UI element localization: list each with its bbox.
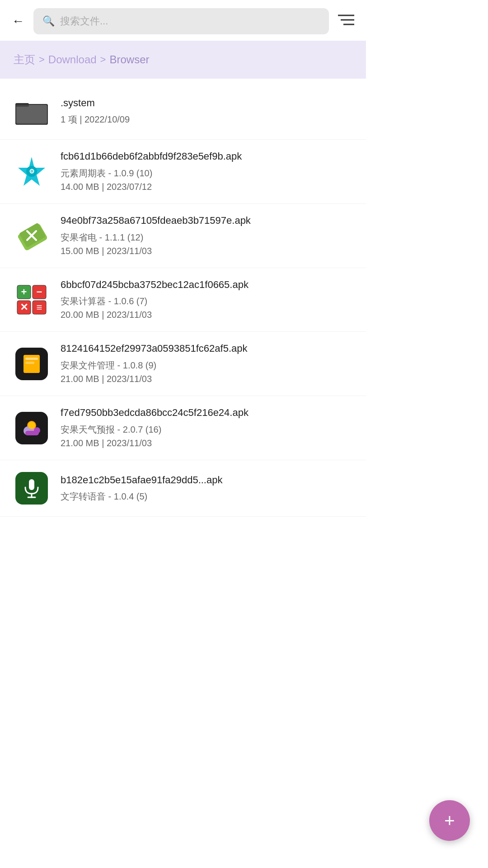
- file-info: 94e0bf73a258a67105fdeaeb3b71597e.apk 安果省…: [61, 214, 352, 258]
- svg-rect-31: [25, 431, 39, 435]
- file-meta: 安果计算器 - 1.0.6 (7)20.00 MB | 2023/11/03: [61, 294, 352, 321]
- svg-rect-26: [25, 362, 34, 364]
- file-meta: 安果文件管理 - 1.0.8 (9)21.00 MB | 2023/11/03: [61, 359, 352, 386]
- svg-text:⚙: ⚙: [29, 168, 35, 175]
- list-item[interactable]: ⚙ fcb61d1b66deb6f2abbfd9f283e5ef9b.apk 元…: [0, 140, 366, 204]
- list-item[interactable]: 8124164152ef29973a0593851fc62af5.apk 安果文…: [0, 332, 366, 396]
- file-info: 8124164152ef29973a0593851fc62af5.apk 安果文…: [61, 342, 352, 386]
- file-name: 94e0bf73a258a67105fdeaeb3b71597e.apk: [61, 214, 352, 228]
- breadcrumb-browser[interactable]: Browser: [109, 53, 149, 66]
- header: ← 🔍 搜索文件...: [0, 0, 366, 41]
- file-info: .system 1 项 | 2022/10/09: [61, 96, 352, 127]
- file-name: 8124164152ef29973a0593851fc62af5.apk: [61, 342, 352, 356]
- file-name: fcb61d1b66deb6f2abbfd9f283e5ef9b.apk: [61, 150, 352, 164]
- back-button[interactable]: ←: [9, 11, 27, 31]
- file-meta: 安果省电 - 1.1.1 (12)15.00 MB | 2023/11/03: [61, 231, 352, 258]
- apk-weather-icon: [14, 410, 50, 446]
- search-icon: 🔍: [42, 15, 55, 27]
- file-list: .system 1 项 | 2022/10/09 ⚙ fcb61d1b66deb…: [0, 79, 366, 521]
- list-item[interactable]: f7ed7950bb3edcda86bcc24c5f216e24.apk 安果天…: [0, 396, 366, 460]
- file-meta: 1 项 | 2022/10/09: [61, 113, 352, 126]
- file-info: fcb61d1b66deb6f2abbfd9f283e5ef9b.apk 元素周…: [61, 150, 352, 193]
- file-name: .system: [61, 96, 352, 110]
- sort-button[interactable]: [335, 10, 357, 33]
- file-name: 6bbcf07d245bcba3752bec12ac1f0665.apk: [61, 278, 352, 292]
- folder-icon: [14, 93, 50, 129]
- apk-files-icon: [14, 346, 50, 382]
- svg-text:≡: ≡: [37, 302, 42, 313]
- list-item[interactable]: 94e0bf73a258a67105fdeaeb3b71597e.apk 安果省…: [0, 204, 366, 268]
- svg-point-32: [28, 422, 35, 429]
- file-meta: 文字转语音 - 1.0.4 (5): [61, 490, 352, 503]
- list-item[interactable]: .system 1 项 | 2022/10/09: [0, 83, 366, 140]
- apk-battery-icon: [14, 217, 50, 254]
- svg-rect-7: [16, 105, 47, 123]
- breadcrumb: 主页 > Download > Browser: [0, 41, 366, 79]
- apk-voice-icon: [14, 470, 50, 506]
- apk-periodic-icon: ⚙: [14, 153, 50, 189]
- file-meta: 安果天气预报 - 2.0.7 (16)21.00 MB | 2023/11/03: [61, 423, 352, 450]
- svg-rect-25: [25, 358, 38, 360]
- list-item[interactable]: + − ✕ ≡ 6bbcf07d245bcba3752bec12ac1f0665…: [0, 268, 366, 332]
- breadcrumb-home[interactable]: 主页: [14, 52, 35, 67]
- search-bar[interactable]: 🔍 搜索文件...: [33, 8, 329, 34]
- file-info: b182e1c2b5e15afae91fa29dd5...apk 文字转语音 -…: [61, 473, 352, 504]
- file-name: b182e1c2b5e15afae91fa29dd5...apk: [61, 473, 352, 487]
- svg-text:✕: ✕: [20, 302, 28, 313]
- svg-text:+: +: [21, 286, 27, 297]
- svg-text:−: −: [37, 286, 42, 297]
- file-info: 6bbcf07d245bcba3752bec12ac1f0665.apk 安果计…: [61, 278, 352, 322]
- file-name: f7ed7950bb3edcda86bcc24c5f216e24.apk: [61, 406, 352, 420]
- file-info: f7ed7950bb3edcda86bcc24c5f216e24.apk 安果天…: [61, 406, 352, 450]
- search-placeholder: 搜索文件...: [60, 14, 108, 28]
- svg-rect-33: [29, 479, 34, 490]
- file-meta: 元素周期表 - 1.0.9 (10)14.00 MB | 2023/07/12: [61, 166, 352, 193]
- breadcrumb-download[interactable]: Download: [48, 53, 97, 66]
- apk-calc-icon: + − ✕ ≡: [14, 282, 50, 318]
- list-item[interactable]: b182e1c2b5e15afae91fa29dd5...apk 文字转语音 -…: [0, 460, 366, 517]
